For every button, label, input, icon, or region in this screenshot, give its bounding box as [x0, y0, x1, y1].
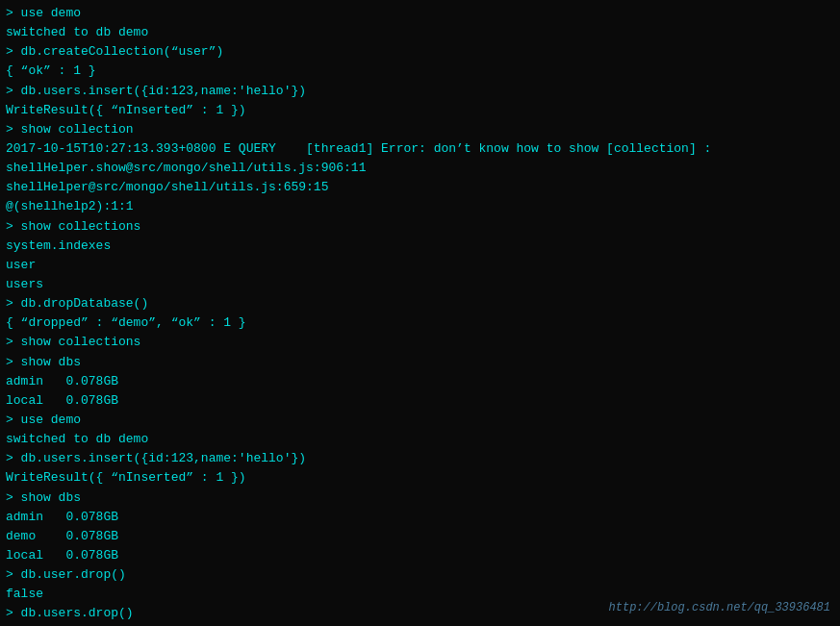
terminal-line: > db.users.insert({id:123,name:'hello'})	[6, 449, 834, 468]
watermark: http://blog.csdn.net/qq_33936481	[609, 601, 830, 614]
terminal-line: @(shellhelp2):1:1	[6, 197, 834, 216]
terminal-line: > db.dropDatabase()	[6, 294, 834, 313]
terminal-line: local 0.078GB	[6, 391, 834, 411]
terminal-line: > use demo	[6, 4, 834, 23]
terminal-line: > show dbs	[6, 353, 834, 372]
terminal-line: switched to db demo	[6, 23, 834, 42]
terminal-line: > db.users.insert({id:123,name:'hello'})	[6, 82, 834, 101]
terminal-line: > show dbs	[6, 488, 834, 508]
terminal-line: shellHelper@src/mongo/shell/utils.js:659…	[6, 178, 834, 197]
terminal-line: user	[6, 256, 834, 275]
terminal-line: 2017-10-15T10:27:13.393+0800 E QUERY [th…	[6, 139, 834, 159]
terminal-line: WriteResult({ “nInserted” : 1 })	[6, 468, 834, 488]
terminal-line: admin 0.078GB	[6, 508, 834, 527]
terminal-line: system.indexes	[6, 237, 834, 256]
terminal-line: > db.createCollection(“user”)	[6, 42, 834, 62]
terminal-line: demo 0.078GB	[6, 527, 834, 546]
terminal-line: > show collections	[6, 217, 834, 237]
terminal-line: local 0.078GB	[6, 546, 834, 565]
terminal-line: WriteResult({ “nInserted” : 1 })	[6, 101, 834, 120]
terminal-line: { “ok” : 1 }	[6, 62, 834, 81]
terminal-line: > show collection	[6, 120, 834, 139]
terminal-line: > show collections	[6, 333, 834, 352]
terminal: > use demoswitched to db demo> db.create…	[0, 0, 840, 626]
terminal-line: > db.user.drop()	[6, 565, 834, 585]
terminal-line: switched to db demo	[6, 430, 834, 449]
terminal-line: { “dropped” : “demo”, “ok” : 1 }	[6, 313, 834, 333]
terminal-line: users	[6, 275, 834, 294]
terminal-line: > use demo	[6, 411, 834, 430]
terminal-line: admin 0.078GB	[6, 372, 834, 391]
terminal-line: shellHelper.show@src/mongo/shell/utils.j…	[6, 159, 834, 178]
